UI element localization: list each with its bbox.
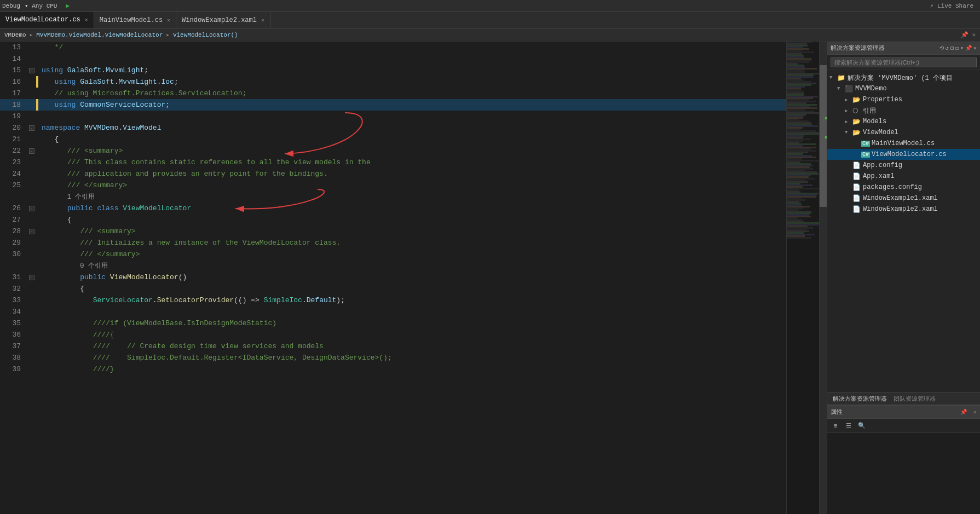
properties-toolbar: ⊞ ☰ 🔍	[827, 419, 980, 433]
code-content: public class ViewModelLocator	[38, 203, 786, 214]
line-number: 13	[0, 42, 27, 53]
fold-col	[27, 294, 36, 306]
show-all-btn[interactable]: ◻	[955, 45, 959, 51]
code-content: using GalaSoft.MvvmLight;	[38, 65, 786, 76]
tree-item-project[interactable]: ▼ ⬛ MVVMDemo	[827, 83, 980, 94]
code-row: 24 /// application and provides an entry…	[0, 168, 786, 180]
tree-item-mainviewmodelcs[interactable]: C# MainViewModel.cs	[827, 138, 980, 149]
code-editor[interactable]: 13 */ 14 15 - using GalaSoft.MvvmLight; …	[0, 42, 786, 514]
line-number: 27	[0, 214, 27, 226]
fold-btn[interactable]: -	[29, 275, 34, 280]
solution-explorer-actions: ⟲ ↺ ⊟ ◻ ▾ 📌 ✕	[939, 45, 977, 51]
fold-btn[interactable]: -	[29, 68, 34, 73]
tab-windowexample2[interactable]: WindowExample2.xaml ✕	[176, 12, 270, 28]
close-panel-btn[interactable]: ✕	[973, 45, 977, 51]
line-number: 33	[0, 294, 27, 306]
fold-col	[27, 180, 36, 191]
code-content	[38, 111, 786, 122]
refresh-btn[interactable]: ↺	[946, 45, 949, 51]
prop-search-btn[interactable]: 🔍	[856, 420, 868, 431]
prop-grid-btn[interactable]: ⊞	[829, 420, 841, 431]
properties-pin-btn[interactable]: 📌	[960, 409, 967, 415]
solution-search-input[interactable]	[831, 57, 977, 67]
tree-item-windowexample2[interactable]: 📄 WindowExample2.xaml	[827, 204, 980, 215]
code-content: /// Initializes a new instance of the Vi…	[38, 237, 786, 249]
panel-pin-btn[interactable]: 📌	[961, 31, 969, 38]
close-tab-viewmodellocator[interactable]: ✕	[85, 16, 88, 23]
fold-col	[27, 340, 36, 352]
panel-close-btn[interactable]: ✕	[972, 31, 976, 38]
config-icon-app: 📄	[852, 161, 861, 170]
fold-btn[interactable]: -	[29, 125, 34, 131]
tree-item-properties[interactable]: ▶ 📂 Properties	[827, 94, 980, 105]
code-row: 32 {	[0, 283, 786, 294]
liveshare-label[interactable]: ⚡ Live Share	[930, 2, 973, 9]
code-row: 28 - /// <summary>	[0, 226, 786, 237]
tree-item-viewmodel-folder[interactable]: ▼ 📂 ViewModel	[827, 127, 980, 138]
line-number: 25	[0, 180, 27, 191]
tab-solution-explorer[interactable]: 解决方案资源管理器	[829, 395, 890, 403]
fold-btn[interactable]: -	[29, 229, 34, 234]
tab-team-explorer[interactable]: 团队资源管理器	[890, 395, 939, 403]
code-content: {	[38, 283, 786, 294]
code-row: 16 using GalaSoft.MvvmLight.Ioc;	[0, 76, 786, 88]
solution-tree: ▼ 📁 解决方案 'MVVMDemo' (1 个项目 ▼ ⬛ MVVMDemo …	[827, 70, 980, 392]
tab-viewmodellocator[interactable]: ViewModelLocator.cs ✕	[0, 12, 94, 28]
line-number: 28	[0, 226, 27, 237]
properties-panel: 属性 📌 ✕ ⊞ ☰ 🔍	[827, 405, 980, 514]
tab-mainviewmodel[interactable]: MainViewModel.cs ✕	[94, 12, 176, 28]
fold-col	[27, 42, 36, 53]
tree-item-models[interactable]: ▶ 📂 Models	[827, 116, 980, 127]
collapse-all-btn[interactable]: ⊟	[950, 45, 954, 51]
folder-icon-models: 📂	[852, 118, 861, 126]
solution-explorer-panel: 解决方案资源管理器 ⟲ ↺ ⊟ ◻ ▾ 📌 ✕ ▼ 📁 解决方案 'MVVMDe…	[827, 42, 980, 514]
tree-item-windowexample1[interactable]: 📄 WindowExample1.xaml	[827, 193, 980, 204]
minimap[interactable]	[786, 42, 819, 514]
fold-col	[27, 352, 36, 363]
prop-list-btn[interactable]: ☰	[843, 420, 855, 431]
code-row: 20 - namespace MVVMDemo.ViewModel	[0, 122, 786, 134]
top-toolbar: Debug ▾ Any CPU ▶ ⚡ Live Share	[0, 0, 980, 12]
sync-btn[interactable]: ⟲	[939, 45, 944, 51]
line-number: 36	[0, 329, 27, 340]
filter-btn[interactable]: ▾	[960, 45, 964, 51]
properties-close-btn[interactable]: ✕	[973, 409, 977, 415]
fold-btn[interactable]: -	[29, 148, 34, 154]
properties-content	[827, 433, 980, 514]
run-btn[interactable]: ▶	[66, 2, 70, 9]
tree-item-references[interactable]: ▶ ⬡ 引用	[827, 105, 980, 116]
tree-item-packagesconfig[interactable]: 📄 packages.config	[827, 182, 980, 193]
tab-label-viewmodellocator: ViewModelLocator.cs	[5, 16, 80, 24]
tree-item-appxaml[interactable]: 📄 App.xaml	[827, 171, 980, 182]
change-indicator-1	[825, 117, 827, 119]
pin-btn[interactable]: 📌	[965, 45, 972, 51]
tree-label-windowexample1: WindowExample1.xaml	[863, 194, 938, 202]
tree-item-solution[interactable]: ▼ 📁 解决方案 'MVVMDemo' (1 个项目	[827, 72, 980, 83]
tree-label-appxaml: App.xaml	[863, 172, 895, 180]
tree-item-viewmodellocatorms[interactable]: C# ViewModelLocator.cs	[827, 149, 980, 160]
code-content: namespace MVVMDemo.ViewModel	[38, 122, 786, 134]
code-row: 30 /// </summary>	[0, 249, 786, 260]
fold-col	[27, 157, 36, 168]
fold-col	[27, 134, 36, 145]
cpu-label: ▾ Any CPU	[25, 2, 57, 9]
code-content: /// </summary>	[38, 249, 786, 260]
code-content: ServiceLocator.SetLocatorProvider(() => …	[38, 294, 786, 306]
fold-col: -	[27, 145, 36, 157]
tree-label-windowexample2: WindowExample2.xaml	[863, 205, 938, 213]
close-tab-mainviewmodel[interactable]: ✕	[167, 17, 170, 24]
xaml-icon-app: 📄	[852, 172, 861, 181]
tree-label-viewmodel-folder: ViewModel	[863, 129, 898, 136]
tree-label-project: MVVMDemo	[855, 85, 887, 93]
tree-item-appconfig[interactable]: 📄 App.config	[827, 160, 980, 171]
close-tab-windowexample2[interactable]: ✕	[261, 17, 264, 24]
line-number: 37	[0, 340, 27, 352]
code-content: //// SimpleIoc.Default.Register<IDataSer…	[38, 352, 786, 363]
fold-col: -	[27, 226, 36, 237]
fold-btn[interactable]: -	[29, 206, 34, 211]
fold-col	[27, 76, 36, 88]
code-row: 0 1 个引用	[0, 191, 786, 203]
folder-icon-properties: 📂	[852, 96, 861, 104]
code-row: 35 ////if (ViewModelBase.IsInDesignModeS…	[0, 317, 786, 329]
vertical-scrollbar[interactable]	[819, 42, 827, 514]
